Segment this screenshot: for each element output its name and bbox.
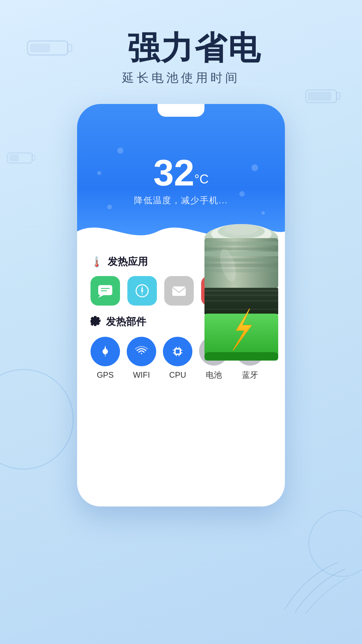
wifi-label: WIFI <box>133 370 150 380</box>
temperature-display: 32°C 降低温度，减少手机... <box>77 154 285 206</box>
svg-marker-10 <box>98 295 104 298</box>
svg-rect-45 <box>204 269 278 272</box>
svg-rect-50 <box>204 309 278 310</box>
bg-battery-small-icon <box>7 151 37 165</box>
svg-rect-47 <box>204 290 278 291</box>
svg-marker-20 <box>104 345 107 351</box>
component-gps[interactable]: GPS <box>90 337 120 380</box>
svg-point-14 <box>141 290 143 292</box>
svg-marker-15 <box>141 286 143 290</box>
temperature-unit: °C <box>194 172 209 186</box>
svg-rect-43 <box>204 258 278 262</box>
svg-rect-49 <box>204 300 278 302</box>
gps-label: GPS <box>97 370 114 380</box>
wifi-circle <box>127 337 156 366</box>
bubble-1 <box>117 148 123 154</box>
gps-circle <box>90 337 120 366</box>
svg-rect-44 <box>204 264 278 267</box>
svg-rect-9 <box>98 285 112 295</box>
phone-notch <box>158 104 204 117</box>
bg-circle-decoration <box>0 369 74 470</box>
battery-3d-image <box>178 211 305 372</box>
app-icon-compass[interactable] <box>127 276 157 306</box>
svg-rect-8 <box>9 155 19 161</box>
svg-rect-52 <box>204 352 278 361</box>
svg-rect-40 <box>204 241 278 246</box>
phone-mockup: 32°C 降低温度，减少手机... 🌡️ 发热应用 <box>77 104 285 506</box>
svg-rect-39 <box>204 238 278 288</box>
main-subtitle: 延长电池使用时间 <box>0 70 362 86</box>
main-title: 强力省电 <box>0 30 362 66</box>
gear-icon <box>90 315 101 328</box>
thermometer-icon: 🌡️ <box>90 256 103 268</box>
svg-rect-4 <box>337 93 340 99</box>
temperature-value: 32 <box>154 152 194 193</box>
temperature-description: 降低温度，减少手机... <box>77 195 285 206</box>
header: 强力省电 延长电池使用时间 <box>0 30 362 86</box>
component-wifi[interactable]: WIFI <box>127 337 156 380</box>
svg-rect-5 <box>308 92 331 101</box>
svg-rect-41 <box>204 248 278 250</box>
svg-rect-42 <box>204 252 278 256</box>
bg-lines-decoration <box>278 555 352 617</box>
svg-marker-16 <box>141 291 143 296</box>
bg-battery-right-icon <box>305 87 342 106</box>
app-icon-messages[interactable] <box>90 276 120 306</box>
svg-marker-21 <box>104 352 107 358</box>
svg-point-38 <box>225 224 258 235</box>
svg-rect-48 <box>204 294 278 296</box>
